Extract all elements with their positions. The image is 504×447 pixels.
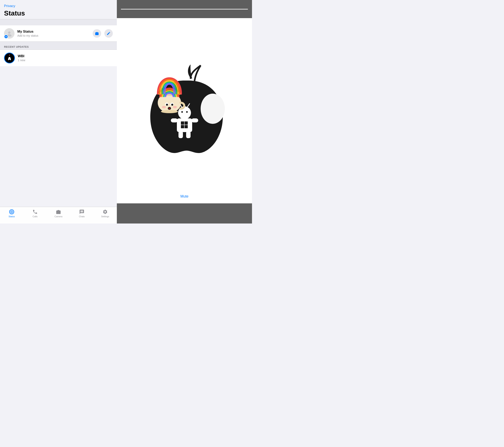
- left-header: Privacy Status: [0, 0, 117, 19]
- chats-tab-label: Chats: [79, 215, 85, 218]
- camera-tab-icon: [55, 209, 61, 215]
- svg-point-12: [201, 94, 225, 124]
- tab-bar: Status Calls Camera: [0, 207, 117, 224]
- svg-rect-25: [179, 131, 183, 138]
- svg-rect-26: [186, 131, 191, 138]
- svg-rect-22: [184, 125, 188, 128]
- svg-point-35: [173, 106, 177, 108]
- wbi-info: WBI 1 new: [18, 54, 113, 62]
- status-image-area[interactable]: @WABetaInfo: [117, 18, 252, 203]
- recent-spacer: [0, 42, 117, 44]
- status-actions: [93, 29, 113, 38]
- status-tab-label: Status: [8, 215, 15, 218]
- svg-point-15: [186, 111, 188, 113]
- settings-tab-icon: [102, 209, 108, 215]
- pencil-action-button[interactable]: [104, 29, 113, 38]
- right-panel: @WABetaInfo Mute: [117, 0, 252, 224]
- status-graphic: [138, 54, 231, 167]
- svg-rect-19: [181, 121, 184, 125]
- wbi-status-row[interactable]: WBI 1 new: [0, 50, 117, 66]
- camera-action-button[interactable]: [93, 29, 101, 38]
- svg-rect-24: [191, 118, 198, 122]
- mute-button-container: Mute: [117, 189, 252, 203]
- progress-bar-fill: [121, 9, 248, 9]
- svg-rect-23: [171, 118, 178, 122]
- my-status-subtitle: Add to my status: [17, 34, 90, 37]
- wbi-avatar: [4, 52, 15, 63]
- my-status-avatar: +: [4, 28, 15, 39]
- add-status-badge[interactable]: +: [4, 35, 8, 39]
- privacy-link[interactable]: Privacy: [4, 4, 113, 8]
- svg-point-0: [8, 31, 10, 34]
- status-tab-icon: [9, 209, 15, 215]
- svg-rect-20: [184, 121, 188, 125]
- calls-tab-icon: [32, 209, 38, 215]
- progress-bar: [121, 9, 248, 9]
- tab-calls[interactable]: Calls: [23, 209, 47, 218]
- svg-point-28: [161, 110, 178, 113]
- chats-tab-icon: [79, 209, 85, 215]
- calls-tab-label: Calls: [33, 215, 37, 218]
- svg-point-11: [11, 211, 12, 212]
- left-empty-area: [0, 66, 117, 207]
- wbi-new-count: 1 new: [18, 59, 113, 62]
- svg-point-37: [168, 107, 170, 109]
- mute-button[interactable]: Mute: [130, 191, 238, 201]
- status-top-bar: [117, 0, 252, 18]
- status-viewer: @WABetaInfo Mute: [117, 0, 252, 224]
- tab-status[interactable]: Status: [0, 209, 23, 218]
- svg-point-33: [171, 104, 173, 106]
- status-bottom-bar: [117, 203, 252, 224]
- recent-updates-header: RECENT UPDATES: [0, 44, 117, 50]
- section-spacer: [0, 19, 117, 25]
- my-status-name: My Status: [17, 30, 90, 34]
- svg-rect-21: [181, 125, 184, 128]
- svg-point-34: [162, 106, 166, 108]
- tab-camera[interactable]: Camera: [47, 209, 70, 218]
- settings-tab-label: Settings: [101, 215, 109, 218]
- svg-point-14: [181, 111, 183, 113]
- svg-point-32: [166, 104, 168, 106]
- tab-chats[interactable]: Chats: [70, 209, 93, 218]
- page-title: Status: [4, 9, 113, 17]
- my-status-text: My Status Add to my status: [17, 30, 90, 37]
- my-status-row[interactable]: + My Status Add to my status: [0, 25, 117, 41]
- wbi-name: WBI: [18, 54, 113, 58]
- camera-tab-label: Camera: [54, 215, 62, 218]
- status-image-content: [117, 18, 252, 203]
- svg-rect-7: [8, 58, 11, 60]
- tab-settings[interactable]: Settings: [93, 209, 117, 218]
- left-panel: Privacy Status + My Status Add to my sta…: [0, 0, 117, 224]
